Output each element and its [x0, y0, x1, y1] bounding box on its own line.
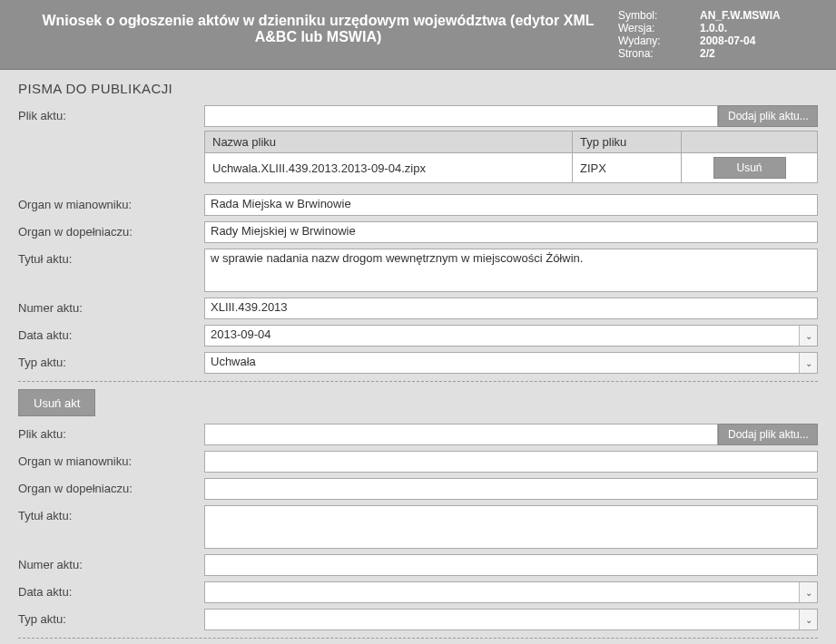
section-title: PISMA DO PUBLIKACJI [18, 81, 818, 96]
chevron-down-icon[interactable]: ⌄ [799, 610, 817, 629]
table-row: Uchwala.XLIII.439.2013.2013-09-04.zipx Z… [205, 153, 818, 183]
label-organ-dop: Organ w dopełniaczu: [18, 221, 204, 243]
dodaj-plik-aktu-button[interactable]: Dodaj plik aktu... [718, 105, 818, 127]
chevron-down-icon[interactable]: ⌄ [799, 582, 817, 602]
numer-field[interactable] [204, 554, 818, 576]
organ-mian-field[interactable] [204, 451, 818, 473]
label-typ: Typ aktu: [18, 609, 204, 630]
plik-aktu-field[interactable] [204, 424, 718, 445]
data-field[interactable] [204, 581, 818, 603]
organ-mian-field[interactable]: Rada Miejska w Brwinowie [204, 194, 818, 216]
tytul-field[interactable] [204, 505, 818, 549]
plik-aktu-field[interactable] [204, 105, 718, 127]
usun-akt-button[interactable]: Usuń akt [18, 389, 95, 416]
meta-version-value: 1.0.0. [700, 22, 727, 34]
usun-plik-button[interactable]: Usuń [713, 157, 786, 179]
col-typ-pliku: Typ pliku [573, 132, 682, 153]
plik-aktu-table: Nazwa pliku Typ pliku Uchwala.XLIII.439.… [204, 131, 818, 183]
label-data: Data aktu: [18, 325, 204, 346]
label-organ-mian: Organ w mianowniku: [18, 194, 204, 216]
typ-field[interactable]: Uchwała [204, 352, 818, 374]
meta-issued-value: 2008-07-04 [700, 34, 755, 47]
organ-dop-field[interactable]: Rady Miejskiej w Brwinowie [204, 221, 818, 243]
label-tytul: Tytuł aktu: [18, 505, 204, 549]
meta-version-label: Wersja: [618, 22, 700, 34]
cell-typ: ZIPX [573, 153, 682, 183]
label-typ: Typ aktu: [18, 352, 204, 374]
typ-field[interactable] [204, 609, 818, 630]
form-meta: Symbol:AN_F.W.MSWIA Wersja:1.0.0. Wydany… [618, 9, 818, 60]
meta-symbol-label: Symbol: [618, 9, 700, 22]
col-nazwa-pliku: Nazwa pliku [205, 132, 573, 153]
akt-block-1: Plik aktu: Dodaj plik aktu... Nazwa plik… [18, 105, 818, 374]
meta-issued-label: Wydany: [618, 34, 700, 47]
col-actions [682, 132, 818, 153]
chevron-down-icon[interactable]: ⌄ [799, 326, 817, 346]
label-plik-aktu: Plik aktu: [18, 424, 204, 445]
label-tytul: Tytuł aktu: [18, 249, 204, 292]
label-plik-aktu: Plik aktu: [18, 105, 204, 189]
akt-block-2: Usuń akt Plik aktu: Dodaj plik aktu... O… [18, 389, 818, 630]
dodaj-plik-aktu-button[interactable]: Dodaj plik aktu... [718, 424, 818, 445]
meta-symbol-value: AN_F.W.MSWIA [700, 9, 781, 22]
tytul-field[interactable]: w sprawie nadania nazw drogom wewnętrzny… [204, 249, 818, 292]
label-organ-dop: Organ w dopełniaczu: [18, 478, 204, 500]
form-title: Wniosek o ogłoszenie aktów w dzienniku u… [18, 9, 618, 60]
label-organ-mian: Organ w mianowniku: [18, 451, 204, 473]
separator [18, 638, 818, 639]
label-data: Data aktu: [18, 581, 204, 603]
organ-dop-field[interactable] [204, 478, 818, 500]
numer-field[interactable]: XLIII.439.2013 [204, 298, 818, 319]
meta-page-label: Strona: [618, 47, 700, 60]
label-numer: Numer aktu: [18, 554, 204, 576]
meta-page-value: 2/2 [700, 47, 715, 60]
label-numer: Numer aktu: [18, 298, 204, 319]
form-header: Wniosek o ogłoszenie aktów w dzienniku u… [0, 0, 836, 70]
chevron-down-icon[interactable]: ⌄ [799, 353, 817, 373]
cell-nazwa: Uchwala.XLIII.439.2013.2013-09-04.zipx [205, 153, 573, 183]
separator [18, 381, 818, 382]
data-field[interactable]: 2013-09-04 [204, 325, 818, 346]
